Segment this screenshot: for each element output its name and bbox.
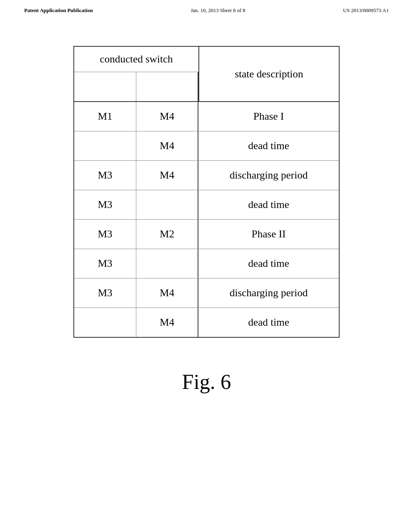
cell-switch1 [74, 308, 136, 337]
conducted-switch-label: conducted switch [74, 47, 198, 72]
table-row: M4 dead time [74, 308, 339, 337]
page-header: Patent Application Publication Jan. 10, … [0, 0, 413, 14]
cell-state: dead time [198, 131, 339, 160]
cell-state: discharging period [198, 278, 339, 308]
data-table: conducted switch state description M1 M4… [73, 46, 340, 338]
cell-state: Phase II [198, 220, 339, 249]
cell-switch1: M3 [74, 249, 136, 278]
sub-header-row [74, 72, 198, 101]
state-description-label: state description [232, 62, 307, 87]
cell-switch1: M1 [74, 102, 136, 131]
header-publication: Patent Application Publication [24, 7, 93, 14]
cell-switch1 [74, 131, 136, 160]
main-content: conducted switch state description M1 M4… [0, 14, 413, 394]
cell-switch2: M4 [136, 131, 198, 160]
figure-label: Fig. 6 [182, 370, 231, 394]
cell-state: Phase I [198, 102, 339, 131]
sub-col1 [74, 72, 136, 101]
cell-switch1: M3 [74, 220, 136, 249]
table-row: M4 dead time [74, 131, 339, 161]
cell-state: dead time [198, 308, 339, 337]
cell-switch1: M3 [74, 278, 136, 308]
table-row: M3 dead time [74, 249, 339, 278]
cell-switch2: M4 [136, 161, 198, 190]
cell-switch2: M4 [136, 102, 198, 131]
sub-col2 [136, 72, 198, 101]
cell-switch1: M3 [74, 190, 136, 219]
cell-state: dead time [198, 190, 339, 219]
state-description-header: state description [199, 47, 339, 101]
cell-switch1: M3 [74, 161, 136, 190]
table-row: M3 M2 Phase II [74, 220, 339, 249]
cell-switch2: M4 [136, 278, 198, 308]
cell-switch2 [136, 190, 198, 219]
cell-switch2 [136, 249, 198, 278]
cell-state: dead time [198, 249, 339, 278]
table-row: M3 M4 discharging period [74, 161, 339, 190]
header-date: Jan. 10, 2013 Sheet 8 of 8 [191, 7, 245, 14]
table-row: M3 M4 discharging period [74, 278, 339, 308]
cell-switch2: M4 [136, 308, 198, 337]
table-header-row: conducted switch state description [74, 47, 339, 102]
table-row: M3 dead time [74, 190, 339, 220]
cell-state: discharging period [198, 161, 339, 190]
cell-switch2: M2 [136, 220, 198, 249]
header-patent: US 2013/0009573 A1 [343, 7, 389, 14]
table-body: M1 M4 Phase I M4 dead time M3 M4 dischar… [74, 102, 339, 337]
conducted-switch-header-group: conducted switch [74, 47, 199, 101]
table-row: M1 M4 Phase I [74, 102, 339, 131]
